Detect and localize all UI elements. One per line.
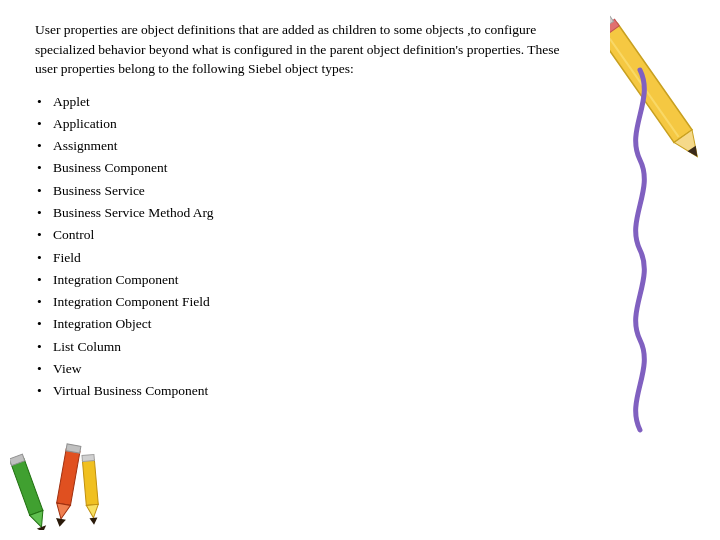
- list-item: Virtual Business Component: [35, 380, 585, 402]
- list-item: Assignment: [35, 135, 585, 157]
- list-item: Integration Component: [35, 269, 585, 291]
- intro-paragraph: User properties are object definitions t…: [35, 20, 585, 79]
- list-item: Business Component: [35, 157, 585, 179]
- svg-marker-9: [37, 525, 48, 530]
- squiggle-decoration: [620, 60, 660, 440]
- list-item: Integration Object: [35, 313, 585, 335]
- list-item: Applet: [35, 91, 585, 113]
- list-item: Business Service: [35, 180, 585, 202]
- main-content: User properties are object definitions t…: [20, 10, 600, 520]
- list-item: Control: [35, 224, 585, 246]
- list-item: Field: [35, 247, 585, 269]
- list-item: Application: [35, 113, 585, 135]
- list-item: Business Service Method Arg: [35, 202, 585, 224]
- list-item: View: [35, 358, 585, 380]
- object-types-list: AppletApplicationAssignmentBusiness Comp…: [35, 91, 585, 403]
- list-item: List Column: [35, 336, 585, 358]
- list-item: Integration Component Field: [35, 291, 585, 313]
